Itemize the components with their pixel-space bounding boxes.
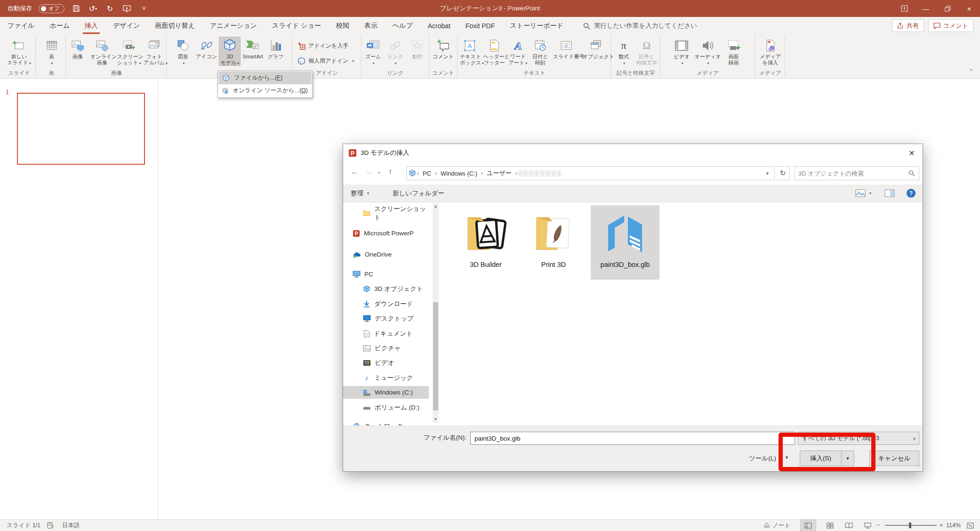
slide-thumbnail[interactable] (17, 93, 145, 165)
link-button[interactable]: リンク ▾ (385, 37, 406, 66)
refresh-button[interactable]: ↻ (776, 166, 790, 180)
menu-item-from-file[interactable]: ファイルから...(F) (218, 72, 312, 84)
online-pictures-button[interactable]: オンライン 画像 (89, 37, 115, 66)
breadcrumb-windows-c[interactable]: Windows (C:) (438, 170, 480, 177)
sidebar-item-microsoft-powerpoint[interactable]: P Microsoft PowerP (343, 227, 429, 240)
smartart-button[interactable]: SmartArt (241, 37, 264, 66)
comments-button[interactable]: コメント (928, 19, 973, 32)
cancel-button[interactable]: キャンセル (869, 451, 919, 466)
sidebar-item-pc[interactable]: PC (343, 268, 429, 281)
tell-me-search[interactable]: 実行したい作業を入力してください (583, 22, 697, 30)
autosave-toggle[interactable]: オフ (39, 4, 64, 13)
address-bar[interactable]: › PC › Windows (C:) › ユーザー › ▾ (406, 166, 775, 180)
notes-button[interactable]: ノート (763, 520, 790, 531)
up-button[interactable]: ↑ (388, 168, 392, 176)
dialog-title-bar[interactable]: P 3D モデルの挿入 (343, 144, 923, 162)
accessibility-checker-button[interactable] (47, 520, 54, 531)
language-indicator[interactable]: 日本語 (62, 520, 80, 531)
insert-media-button[interactable]: メディア を挿入 (758, 37, 782, 66)
sidebar-item-videos[interactable]: ビデオ (343, 356, 429, 369)
sidebar-item-pictures[interactable]: ピクチャ (343, 342, 429, 354)
start-slideshow-button[interactable] (122, 3, 132, 14)
customize-qat-button[interactable] (139, 3, 149, 14)
fil ename-input[interactable] (470, 432, 795, 445)
icons-button[interactable]: アイコン (194, 37, 218, 66)
file-tile-print-3d[interactable]: Print 3D (523, 205, 584, 280)
chart-button[interactable]: グラフ (265, 37, 287, 66)
symbol-button[interactable]: Ω 記号と 特殊文字 (635, 37, 659, 66)
tab-file[interactable]: ファイル (0, 17, 42, 35)
undo-button[interactable]: ↺▾ (88, 3, 98, 14)
sidebar-item-3d-objects[interactable]: 3D オブジェクト (343, 282, 429, 295)
tools-button[interactable]: ツール(L) (749, 454, 776, 463)
fit-slide-button[interactable] (967, 520, 974, 531)
personal-addins-button[interactable]: 個人用アドイン ▾ (296, 55, 356, 67)
breadcrumb-pc[interactable]: PC (420, 170, 434, 177)
resize-grip[interactable]: ⋰ (916, 465, 921, 469)
file-tile-paint3d-box-selected[interactable]: paint3D_box.glb (591, 205, 659, 280)
3d-models-button[interactable]: 3D モデル▾ (219, 37, 241, 66)
sidebar-item-screenshots[interactable]: スクリーンショット (343, 207, 429, 219)
restore-button[interactable] (937, 0, 958, 17)
header-footer-button[interactable]: ヘッダーと フッター (482, 37, 507, 66)
sidebar-item-music[interactable]: ♪ ミュージック (343, 371, 429, 384)
tab-animations[interactable]: アニメーション (202, 17, 265, 35)
tab-slideshow[interactable]: スライド ショー (265, 17, 329, 35)
scroll-up-arrow[interactable]: ▲ (433, 203, 439, 210)
tab-home[interactable]: ホーム (42, 17, 77, 35)
text-box-button[interactable]: A テキスト ボックス▾ (458, 37, 482, 66)
get-addins-button[interactable]: アドインを入手 (296, 40, 350, 52)
slideshow-view-button[interactable] (860, 520, 876, 531)
tab-insert[interactable]: 挿入 (77, 17, 105, 35)
new-slide-button[interactable]: 新しい スライド▾ (6, 37, 32, 66)
tab-storyboard[interactable]: ストーリーボード (502, 17, 571, 35)
close-button[interactable]: × (958, 0, 980, 17)
sidebar-item-volume-d[interactable]: ボリューム (D:) (343, 401, 429, 414)
minimize-button[interactable]: — (915, 0, 937, 17)
nav-history-caret[interactable]: ▾ (378, 170, 380, 175)
sidebar-item-downloads[interactable]: ダウンロード (343, 298, 429, 310)
object-button[interactable]: オブジェクト (581, 37, 610, 66)
dialog-search-input[interactable] (798, 170, 908, 177)
screen-recording-button[interactable]: 画面 録画 (723, 37, 745, 66)
tab-transitions[interactable]: 画面切り替え (147, 17, 202, 35)
address-dropdown-caret[interactable]: ▾ (762, 170, 772, 177)
redo-button[interactable]: ↻ (105, 3, 115, 14)
picture-button[interactable]: 画像 (67, 37, 88, 66)
sidebar-scrollbar[interactable]: ▲ ▼ (433, 203, 439, 423)
file-tile-3d-builder[interactable]: 3D Builder (455, 205, 516, 280)
tab-foxit-pdf[interactable]: Foxit PDF (458, 17, 502, 35)
wordart-button[interactable]: A ワード アート▾ (507, 37, 529, 66)
sidebar-item-windows-c[interactable]: Windows (C:) (343, 386, 429, 399)
organize-button[interactable]: 整理▾ (351, 189, 369, 198)
zoom-out-button[interactable]: − (876, 520, 880, 531)
dialog-search-box[interactable] (794, 166, 919, 180)
scrollbar-thumb[interactable] (433, 302, 438, 410)
sidebar-item-onedrive[interactable]: OneDrive (343, 248, 429, 261)
preview-pane-button[interactable] (884, 189, 895, 197)
zoom-button[interactable]: ズーム ▾ (362, 37, 384, 66)
shapes-button[interactable]: 図形 ▾ (172, 37, 194, 66)
new-comment-button[interactable]: コメント (431, 37, 455, 66)
date-time-button[interactable]: 日付と 時刻 (530, 37, 551, 66)
slide-number-button[interactable]: # スライド番号 (552, 37, 581, 66)
screenshot-button[interactable]: スクリーン ショット▾ (116, 37, 142, 66)
slide-sorter-view-button[interactable] (822, 520, 838, 531)
breadcrumb-users[interactable]: ユーザー (484, 169, 514, 177)
photo-album-button[interactable]: フォト アルバム▾ (142, 37, 166, 66)
zoom-level[interactable]: 114% (946, 520, 961, 531)
sidebar-item-desktop[interactable]: デスクトップ (343, 312, 429, 325)
tab-view[interactable]: 表示 (357, 17, 385, 35)
tab-help[interactable]: ヘルプ (385, 17, 420, 35)
new-folder-button[interactable]: 新しいフォルダー (393, 189, 444, 198)
table-button[interactable]: 表 ▾ (41, 37, 63, 66)
action-button[interactable]: 動作 (407, 37, 428, 66)
equation-button[interactable]: π 数式 ▾ (613, 37, 635, 66)
zoom-in-button[interactable]: + (940, 520, 943, 531)
dialog-close-button[interactable]: ✕ (901, 144, 923, 162)
tab-design[interactable]: デザイン (105, 17, 147, 35)
video-button[interactable]: ビデオ ▾ (671, 37, 692, 66)
zoom-slider-thumb[interactable] (909, 523, 911, 528)
collapse-ribbon-button[interactable]: ⌃ (969, 68, 973, 74)
menu-item-from-online[interactable]: オンライン ソースから...(O) (218, 84, 312, 97)
